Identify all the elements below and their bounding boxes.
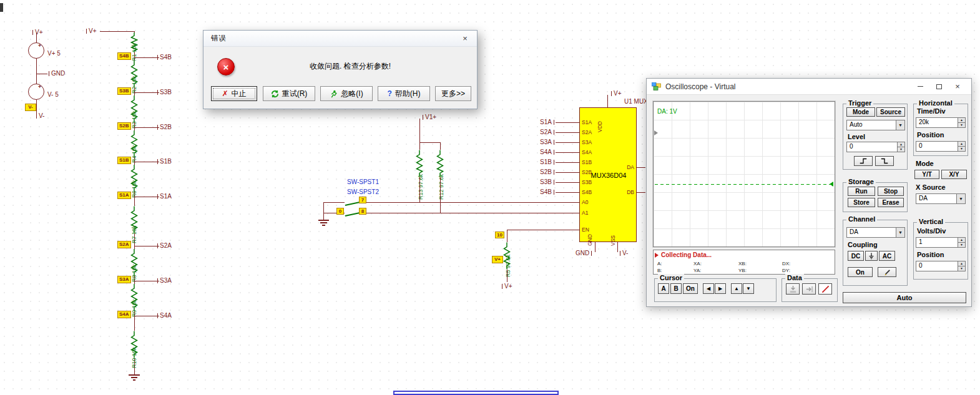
voltsdiv-stepper[interactable]: 1 ▲▼ [916, 237, 966, 248]
abort-button[interactable]: ✗ 中止 [211, 86, 257, 101]
net-label-vplus[interactable]: V+ [502, 283, 512, 290]
tap-label[interactable]: S1A [157, 193, 172, 200]
switch-key-badge[interactable]: 7 [359, 197, 366, 203]
dialog-titlebar[interactable]: 错误 [203, 31, 477, 47]
chevron-down-icon[interactable]: ▼ [956, 194, 965, 203]
source-label-vminus5[interactable]: V- 5 [47, 91, 59, 99]
net-label[interactable]: S3A [534, 139, 554, 146]
trigger-mode-select[interactable]: Auto ▼ [846, 120, 905, 130]
run-button[interactable]: Run [848, 187, 875, 196]
resistor-label[interactable]: R3 10k [131, 110, 137, 129]
tap-label[interactable]: S1B [157, 158, 172, 165]
spin-down-icon[interactable]: ▼ [958, 243, 965, 247]
cursor-b-button[interactable]: B [670, 283, 682, 294]
cursor-on-button[interactable]: On [683, 283, 698, 294]
cursor-left-button[interactable]: ◀ [703, 283, 714, 294]
spin-up-icon[interactable]: ▲ [958, 118, 965, 123]
net-label-vminus[interactable]: V- [36, 112, 44, 120]
retry-button[interactable]: 重试(R) [263, 86, 315, 101]
coupling-ac-button[interactable]: AC [879, 251, 895, 261]
net-label-vplus[interactable]: V+ [611, 90, 622, 97]
yt-mode-button[interactable]: Y/T [914, 170, 939, 179]
resistor-label[interactable]: R1 10k [131, 43, 137, 61]
channel-on-button[interactable]: On [848, 267, 873, 277]
spin-down-icon[interactable]: ▼ [958, 147, 965, 151]
flag-s4a[interactable]: S4A [117, 311, 131, 318]
close-icon[interactable]: × [459, 34, 471, 44]
oscilloscope-titlebar[interactable]: Oscilloscope - Virtual × [647, 79, 971, 95]
flag-s2b[interactable]: S2B [117, 122, 131, 130]
tap-label[interactable]: S4B [157, 54, 172, 61]
flag-s4b[interactable]: S4B [117, 52, 131, 60]
flag-s3b[interactable]: S3B [117, 87, 131, 95]
tap-label[interactable]: S3B [157, 89, 172, 96]
store-button[interactable]: Store [848, 198, 875, 207]
net-label[interactable]: S4A [534, 149, 554, 156]
voltage-source-negative[interactable] [28, 84, 44, 100]
net-label-ladder-vplus[interactable]: V+ [86, 27, 97, 35]
erase-button[interactable]: Erase [878, 198, 904, 207]
flag-s1b[interactable]: S1B [117, 157, 131, 164]
switch-key-badge[interactable]: 8 [359, 208, 366, 215]
flag-s3a[interactable]: S3A [117, 276, 131, 283]
flag-vplus[interactable]: V+ [492, 256, 503, 263]
resistor-label[interactable]: R12 97.6k [438, 174, 444, 200]
net-label-v1plus[interactable]: V1+ [423, 114, 436, 121]
chevron-down-icon[interactable]: ▼ [896, 120, 904, 130]
switch-label-2[interactable]: SW-SPST2 [347, 188, 379, 195]
resistor-label[interactable]: R8 10k [131, 264, 137, 282]
net-label-gnd[interactable]: GND [49, 70, 65, 77]
spin-up-icon[interactable]: ▲ [958, 142, 965, 147]
trigger-source-button[interactable]: Source [876, 107, 905, 117]
tap-label[interactable]: S4A [157, 312, 172, 319]
switch-label-1[interactable]: SW-SPST1 [347, 178, 379, 185]
flag-s2a[interactable]: S2A [117, 241, 131, 248]
data-save-button[interactable] [786, 283, 800, 295]
net-label[interactable]: S3B [534, 178, 554, 186]
net-label[interactable]: S1A [534, 119, 554, 126]
stop-button[interactable]: Stop [878, 187, 904, 196]
close-icon[interactable]: × [949, 80, 966, 93]
flag-s1a[interactable]: S1A [117, 192, 131, 199]
resistor-symbol[interactable] [416, 150, 423, 177]
net-label[interactable]: S2A [534, 129, 554, 136]
net-label[interactable]: S1B [534, 158, 554, 166]
spin-down-icon[interactable]: ▼ [898, 147, 904, 152]
source-label-vplus5[interactable]: V+ 5 [47, 50, 61, 57]
tap-label[interactable]: S3A [157, 277, 172, 285]
resistor-symbol[interactable] [436, 150, 444, 177]
trigger-falling-edge-button[interactable] [875, 156, 894, 166]
schematic-canvas[interactable]: V+ + V+ 5 GND + V- 5 V- V- V+ R1 10k R2 … [0, 0, 980, 395]
net-label-vminus[interactable]: V- [620, 250, 628, 257]
resistor-label[interactable]: R4 10k [131, 145, 137, 163]
help-button[interactable]: ? 帮助(H) [378, 86, 430, 101]
cursor-bottom-button[interactable]: ▼ [743, 283, 754, 294]
cursor-top-button[interactable]: ▲ [731, 283, 742, 294]
spin-down-icon[interactable]: ▼ [958, 266, 965, 271]
resistor-label[interactable]: R5 97.6k [505, 255, 511, 277]
chevron-down-icon[interactable]: ▼ [896, 228, 904, 237]
spin-up-icon[interactable]: ▲ [958, 238, 965, 243]
resistor-label[interactable]: R6 10k [131, 180, 137, 198]
channel-select[interactable]: DA ▼ [846, 227, 905, 238]
cursor-a-button[interactable]: A [658, 283, 669, 294]
trigger-mode-button[interactable]: Mode [846, 107, 875, 117]
net-label[interactable]: S2B [534, 168, 554, 176]
resistor-label[interactable]: R7 10k [131, 225, 137, 243]
cursor-right-button[interactable]: ▶ [715, 283, 726, 294]
net-label[interactable]: S4B [534, 188, 554, 196]
net-label-vplus[interactable]: V+ [32, 29, 43, 36]
minimize-icon[interactable] [911, 80, 929, 93]
resistor-label[interactable]: R13 97.6k [418, 174, 424, 200]
more-button[interactable]: 更多>> [435, 86, 471, 101]
timediv-stepper[interactable]: 20k ▲▼ [916, 117, 966, 128]
data-export-button[interactable] [802, 283, 816, 295]
trigger-level-stepper[interactable]: 0 ▲▼ [846, 142, 905, 152]
auto-setup-button[interactable]: Auto [843, 292, 966, 303]
coupling-dc-button[interactable]: DC [848, 251, 864, 261]
v-position-stepper[interactable]: 0 ▲▼ [916, 261, 966, 271]
switch-key-badge[interactable]: 0 [336, 208, 344, 215]
resistor-label[interactable]: R2 10k [131, 76, 137, 94]
trace-style-button[interactable] [878, 267, 896, 277]
flag-vminus[interactable]: V- [25, 104, 36, 111]
